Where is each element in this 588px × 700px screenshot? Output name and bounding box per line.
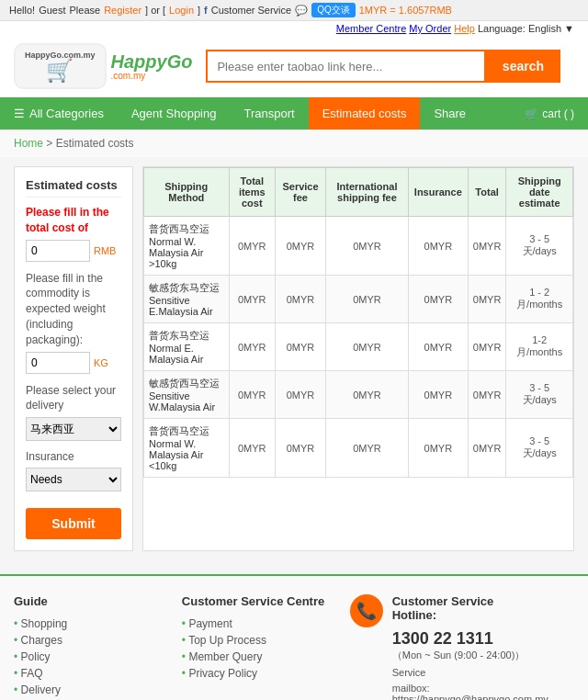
my-order-link[interactable]: My Order bbox=[409, 23, 451, 34]
footer-csc-payment: Payment bbox=[182, 615, 332, 632]
table-body: 普货西马空运 Normal W. Malaysia Air >10kg 0MYR… bbox=[144, 217, 573, 478]
weight-unit: KG bbox=[94, 357, 108, 368]
footer-csc-member-link[interactable]: Member Query bbox=[188, 650, 262, 663]
nav-estimated-costs-label: Estimated costs bbox=[322, 107, 407, 120]
search-button[interactable]: search bbox=[486, 50, 560, 83]
help-link[interactable]: Help bbox=[454, 23, 475, 34]
bracket-text: ] bbox=[198, 5, 200, 16]
footer-csc-title: Customer Service Centre bbox=[182, 594, 332, 608]
footer-guide-policy-link[interactable]: Policy bbox=[21, 650, 51, 663]
weight-input[interactable] bbox=[26, 352, 90, 374]
nav-agent-shopping[interactable]: Agent Shopping bbox=[118, 97, 231, 130]
footer-guide-charges: Charges bbox=[14, 632, 164, 649]
breadcrumb: Home > Estimated costs bbox=[0, 130, 588, 157]
cell-method: 敏感货东马空运 Sensitive E.Malaysia Air bbox=[144, 276, 230, 323]
cell-date-estimate: 1-2月/months bbox=[506, 323, 573, 371]
footer-csc-privacy-link[interactable]: Privacy Policy bbox=[188, 667, 257, 680]
cell-service-fee: 0MYR bbox=[275, 371, 325, 419]
logo-cart-icon: 🛒 bbox=[25, 60, 96, 82]
footer-main: Guide Shopping Charges Policy FAQ Delive… bbox=[0, 576, 588, 700]
submit-button[interactable]: Submit bbox=[26, 508, 121, 539]
top-bar: Hello! Guest Please Register ] or [ Logi… bbox=[0, 0, 588, 21]
nav-share[interactable]: Share bbox=[420, 97, 480, 130]
footer-guide-delivery-link[interactable]: Delivery bbox=[21, 683, 61, 696]
breadcrumb-current: Estimated costs bbox=[56, 137, 134, 150]
left-panel: Estimated costs Please fill in the total… bbox=[14, 166, 133, 551]
cell-method: 普货西马空运 Normal W. Malaysia Air <10kg bbox=[144, 419, 230, 478]
login-link[interactable]: Login bbox=[169, 5, 194, 16]
footer-guide-list: Shopping Charges Policy FAQ Delivery bbox=[14, 615, 164, 698]
footer-csc-member: Member Query bbox=[182, 649, 332, 665]
member-centre-link[interactable]: Member Centre bbox=[336, 23, 406, 34]
footer-guide-shopping-link[interactable]: Shopping bbox=[21, 617, 68, 630]
logo-area: HappyGo.com.my 🛒 HappyGo .com.my bbox=[14, 43, 192, 89]
cart-label: cart ( ) bbox=[542, 107, 574, 120]
header-main: HappyGo.com.my 🛒 HappyGo .com.my search bbox=[0, 36, 588, 97]
footer-csc-privacy: Privacy Policy bbox=[182, 665, 332, 682]
footer-guide-charges-link[interactable]: Charges bbox=[21, 634, 62, 647]
insurance-select[interactable]: Needs bbox=[26, 468, 121, 491]
footer-hours: （Mon ~ Sun (9:00 - 24:00)） bbox=[392, 649, 574, 662]
table-row: 敏感货西马空运 Sensitive W.Malaysia Air 0MYR 0M… bbox=[144, 371, 573, 419]
cell-insurance: 0MYR bbox=[408, 323, 468, 371]
language-selector[interactable]: Language: English ▼ bbox=[478, 23, 574, 34]
cell-total: 0MYR bbox=[468, 276, 506, 323]
cell-method: 普货西马空运 Normal W. Malaysia Air >10kg bbox=[144, 217, 230, 276]
cell-service-fee: 0MYR bbox=[275, 276, 325, 323]
logo-text-area: HappyGo .com.my bbox=[111, 52, 193, 81]
cell-total-cost: 0MYR bbox=[229, 276, 275, 323]
weight-label: Please fill in the commodity is expected… bbox=[26, 271, 121, 348]
cell-insurance: 0MYR bbox=[408, 276, 468, 323]
delivery-select[interactable]: 马来西亚 bbox=[26, 417, 121, 441]
footer-csc-list: Payment Top Up Process Member Query Priv… bbox=[182, 615, 332, 682]
guest-text: Guest bbox=[39, 5, 65, 16]
table-row: 普货东马空运 Normal E. Malaysia Air 0MYR 0MYR … bbox=[144, 323, 573, 371]
cell-date-estimate: 3 - 5 天/days bbox=[506, 371, 573, 419]
search-input[interactable] bbox=[206, 50, 485, 83]
footer-cs-title: Customer Service Hotline: bbox=[392, 594, 574, 622]
qq-btn[interactable]: QQ交谈 bbox=[311, 3, 356, 17]
wechat-icon: 💬 bbox=[295, 5, 308, 17]
nav-transport-label: Transport bbox=[243, 107, 294, 120]
footer-customer-service: 📞 Customer Service Hotline: 1300 22 1311… bbox=[350, 594, 574, 700]
footer-csc-payment-link[interactable]: Payment bbox=[188, 617, 232, 630]
nav-estimated-costs[interactable]: Estimated costs bbox=[309, 97, 421, 130]
footer-guide-faq: FAQ bbox=[14, 665, 164, 682]
footer-csc-topup: Top Up Process bbox=[182, 632, 332, 649]
cell-total-cost: 0MYR bbox=[229, 323, 275, 371]
footer-csc-topup-link[interactable]: Top Up Process bbox=[188, 634, 266, 647]
cell-date-estimate: 3 - 5 天/days bbox=[506, 217, 573, 276]
th-international-shipping: International shipping fee bbox=[326, 168, 409, 217]
cell-total: 0MYR bbox=[468, 323, 506, 371]
cell-method: 敏感货西马空运 Sensitive W.Malaysia Air bbox=[144, 371, 230, 419]
th-shipping-date: Shipping date estimate bbox=[506, 168, 573, 217]
navigation: ☰ All Categories Agent Shopping Transpor… bbox=[0, 97, 588, 130]
rate-info: 1MYR = 1.6057RMB bbox=[359, 5, 452, 16]
cell-total: 0MYR bbox=[468, 419, 506, 478]
footer-guide-faq-link[interactable]: FAQ bbox=[21, 667, 43, 680]
cost-input[interactable] bbox=[26, 240, 90, 262]
footer-service-info: Customer Service Hotline: 1300 22 1311 （… bbox=[392, 594, 574, 700]
left-panel-title: Estimated costs bbox=[26, 178, 121, 198]
footer-hotline: 1300 22 1311 bbox=[392, 629, 574, 649]
menu-icon: ☰ bbox=[14, 107, 25, 120]
greeting-text: Hello! bbox=[9, 5, 35, 16]
register-link[interactable]: Register bbox=[104, 5, 141, 16]
nav-all-categories[interactable]: ☰ All Categories bbox=[0, 97, 118, 130]
delivery-label: Please select your delivery bbox=[26, 383, 121, 414]
cell-service-fee: 0MYR bbox=[275, 217, 325, 276]
cost-input-row: RMB bbox=[26, 240, 121, 262]
footer-guide-shopping: Shopping bbox=[14, 615, 164, 632]
weight-input-row: KG bbox=[26, 352, 121, 374]
cell-service-fee: 0MYR bbox=[275, 419, 325, 478]
footer-guide-delivery: Delivery bbox=[14, 682, 164, 698]
cell-insurance: 0MYR bbox=[408, 371, 468, 419]
breadcrumb-home[interactable]: Home bbox=[14, 137, 43, 150]
logo-happy-text: HappyGo bbox=[111, 52, 193, 71]
nav-transport[interactable]: Transport bbox=[230, 97, 308, 130]
phone-icon: 📞 bbox=[350, 594, 383, 627]
cost-unit: RMB bbox=[94, 245, 116, 256]
nav-cart[interactable]: 🛒 cart ( ) bbox=[511, 98, 588, 130]
cell-date-estimate: 1 - 2月/months bbox=[506, 276, 573, 323]
table-header-row: Shipping Method Total items cost Service… bbox=[144, 168, 573, 217]
